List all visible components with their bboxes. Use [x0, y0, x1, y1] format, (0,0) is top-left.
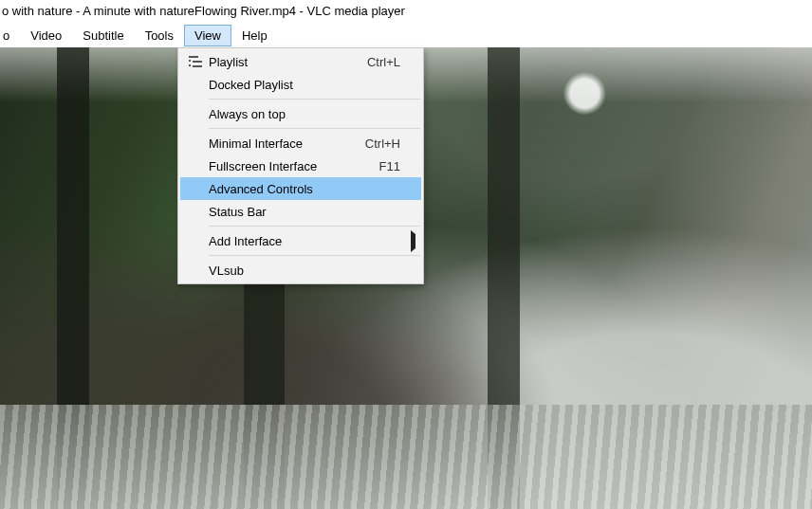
window-titlebar: o with nature - A minute with natureFlow…	[0, 0, 812, 23]
menu-item-advanced-controls[interactable]: Advanced Controls	[180, 177, 421, 200]
menu-item-always-on-top[interactable]: Always on top	[180, 102, 421, 125]
menu-view[interactable]: View	[184, 25, 231, 46]
playlist-icon	[184, 56, 207, 67]
menu-item-vlsub[interactable]: VLsub	[180, 259, 421, 282]
menubar: o Video Subtitle Tools View Help	[0, 23, 812, 47]
menu-item-docked-playlist[interactable]: Docked Playlist	[180, 73, 421, 96]
menu-item-label: Advanced Controls	[207, 182, 400, 196]
window-title: o with nature - A minute with natureFlow…	[2, 4, 405, 18]
menu-item-label: Docked Playlist	[207, 78, 400, 92]
menu-item-label: Fullscreen Interface	[207, 159, 379, 173]
menu-audio[interactable]: o	[2, 25, 20, 46]
menu-item-fullscreen-interface[interactable]: Fullscreen Interface F11	[180, 155, 421, 177]
menu-item-label: VLsub	[207, 264, 400, 278]
menu-item-label: Minimal Interface	[207, 136, 365, 151]
menu-subtitle[interactable]: Subtitle	[72, 25, 134, 46]
menu-separator	[209, 99, 420, 100]
menu-item-minimal-interface[interactable]: Minimal Interface Ctrl+H	[180, 132, 421, 155]
menu-item-add-interface[interactable]: Add Interface	[180, 229, 421, 252]
menu-item-label: Playlist	[207, 55, 367, 69]
menu-separator	[209, 255, 420, 256]
menu-item-shortcut: Ctrl+L	[367, 55, 406, 69]
menu-item-label: Always on top	[207, 107, 400, 121]
menu-tools[interactable]: Tools	[135, 25, 184, 46]
menu-separator	[209, 128, 420, 129]
menu-video[interactable]: Video	[20, 25, 72, 46]
menu-help[interactable]: Help	[231, 25, 278, 46]
view-dropdown: Playlist Ctrl+L Docked Playlist Always o…	[177, 47, 424, 284]
menu-item-playlist[interactable]: Playlist Ctrl+L	[180, 50, 421, 73]
submenu-arrow-icon	[406, 234, 415, 248]
menu-item-shortcut: F11	[379, 159, 406, 173]
menu-separator	[209, 226, 420, 227]
menu-item-status-bar[interactable]: Status Bar	[180, 200, 421, 223]
menu-item-label: Add Interface	[207, 234, 400, 248]
menu-item-label: Status Bar	[207, 205, 400, 219]
menu-item-shortcut: Ctrl+H	[365, 136, 406, 151]
